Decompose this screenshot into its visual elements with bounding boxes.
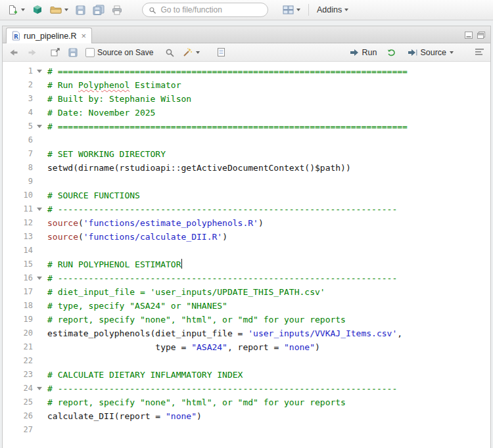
save-all-icon [93, 5, 105, 15]
code-line[interactable]: 11# ------------------------------------… [3, 202, 490, 216]
gutter-spacer [33, 216, 47, 230]
gutter-spacer [33, 368, 47, 382]
source-toolbar: Source on Save [3, 43, 490, 62]
line-number: 17 [3, 285, 33, 299]
gutter-spacer [33, 395, 47, 409]
print-button[interactable] [110, 2, 124, 18]
code-line[interactable]: 6 [3, 133, 490, 147]
gutter-spacer [33, 340, 47, 354]
source-button[interactable]: Source [406, 47, 455, 58]
code-text: # ======================================… [47, 64, 408, 78]
new-file-button[interactable] [5, 2, 27, 18]
save-document-button[interactable] [67, 47, 79, 58]
open-file-button[interactable] [48, 2, 70, 18]
close-icon[interactable]: × [82, 32, 87, 40]
back-button[interactable] [7, 47, 20, 58]
popout-window-button[interactable] [49, 47, 62, 57]
chevron-down-icon [344, 9, 348, 11]
code-line[interactable]: 7# SET WORKING DIRECTORY [3, 147, 490, 161]
code-text: # Date: November 2025 [47, 106, 155, 120]
source-arrow-icon [408, 48, 417, 57]
line-number: 23 [3, 368, 33, 382]
code-text: # Run Polyphenol Estimator [47, 78, 181, 92]
gutter-spacer [33, 409, 47, 423]
code-line[interactable]: 15# RUN POLYPHENOL ESTIMATOR [3, 258, 490, 271]
save-all-button[interactable] [91, 2, 106, 18]
code-line[interactable]: 14 [3, 244, 490, 258]
gutter-spacer [33, 175, 47, 189]
source-on-save-label: Source on Save [97, 48, 153, 57]
code-text: # --------------------------------------… [47, 382, 397, 395]
maximize-pane-icon[interactable] [477, 32, 485, 39]
code-line[interactable]: 19# report, specify "none", "html", or "… [3, 313, 490, 326]
fold-arrow-icon[interactable] [33, 120, 47, 133]
code-line[interactable]: 18# type, specify "ASA24" or "NHANES" [3, 299, 490, 313]
code-line[interactable]: 8setwd(dirname(rstudioapi::getActiveDocu… [3, 161, 490, 175]
code-tools-button[interactable] [181, 47, 201, 58]
search-icon [165, 48, 174, 57]
code-line[interactable]: 22 [3, 354, 490, 368]
gutter-spacer [33, 354, 47, 368]
code-line[interactable]: 25# report, specify "none", "html", or "… [3, 395, 490, 409]
tab-run-pipeline[interactable]: R run_pipeline.R × [6, 28, 92, 43]
line-number: 27 [3, 423, 33, 437]
compile-report-button[interactable] [216, 47, 227, 58]
code-text: # type, specify "ASA24" or "NHANES" [47, 299, 227, 313]
fold-arrow-icon[interactable] [33, 382, 47, 395]
run-source-group: Run Source [348, 47, 486, 58]
fold-arrow-icon[interactable] [33, 271, 47, 285]
code-line[interactable]: 9 [3, 175, 490, 189]
gutter-spacer [33, 313, 47, 326]
line-number: 6 [3, 133, 33, 147]
forward-button[interactable] [26, 47, 39, 58]
goto-file-search[interactable] [142, 3, 268, 17]
source-on-save-toggle[interactable]: Source on Save [84, 47, 154, 58]
run-button[interactable]: Run [348, 47, 378, 58]
fold-arrow-icon[interactable] [33, 202, 47, 216]
gutter-spacer [33, 92, 47, 106]
code-line[interactable]: 13source('functions/calculate_DII.R') [3, 230, 490, 244]
line-number: 3 [3, 92, 33, 106]
magic-wand-icon [182, 47, 193, 57]
code-line[interactable]: 17# diet_input_file = 'user_inputs/UPDAT… [3, 285, 490, 299]
line-number: 1 [3, 64, 33, 78]
code-line[interactable]: 2# Run Polyphenol Estimator [3, 78, 490, 92]
document-outline-button[interactable] [473, 47, 486, 57]
find-replace-button[interactable] [164, 47, 176, 58]
gutter-spacer [33, 230, 47, 244]
code-editor[interactable]: 1# =====================================… [3, 62, 490, 448]
fold-arrow-icon[interactable] [33, 64, 47, 78]
new-project-button[interactable] [30, 2, 45, 18]
rerun-previous-button[interactable] [386, 47, 398, 58]
addins-button[interactable]: Addins [315, 2, 350, 18]
run-label: Run [362, 48, 377, 57]
code-line[interactable]: 4# Date: November 2025 [3, 106, 490, 120]
code-line[interactable]: 12source('functions/estimate_polyphenols… [3, 216, 490, 230]
code-line[interactable]: 21 type = "ASA24", report = "none") [3, 340, 490, 354]
code-text: type = "ASA24", report = "none") [47, 340, 320, 354]
code-line[interactable]: 5# =====================================… [3, 120, 490, 133]
code-text: # ======================================… [47, 120, 408, 133]
code-text: # CALCULATE DIETARY INFLAMMATORY INDEX [47, 368, 243, 382]
code-line[interactable]: 10# SOURCE FUNCTIONS [3, 189, 490, 202]
source-on-save-checkbox[interactable] [85, 48, 95, 57]
code-line[interactable]: 27 [3, 423, 490, 437]
code-text: source('functions/estimate_polyphenols.R… [47, 216, 264, 230]
gutter-spacer [33, 161, 47, 175]
pane-layout-button[interactable] [281, 2, 302, 18]
code-line[interactable]: 23# CALCULATE DIETARY INFLAMMATORY INDEX [3, 368, 490, 382]
code-line[interactable]: 16# ------------------------------------… [3, 271, 490, 285]
code-text: # diet_input_file = 'user_inputs/UPDATE_… [47, 285, 325, 299]
goto-file-input[interactable] [159, 5, 262, 15]
line-number: 20 [3, 326, 33, 340]
code-line[interactable]: 26calculate_DII(report = "none") [3, 409, 490, 423]
save-button[interactable] [74, 2, 87, 18]
line-number: 11 [3, 202, 33, 216]
code-line[interactable]: 3# Built by: Stephanie Wilson [3, 92, 490, 106]
code-text: setwd(dirname(rstudioapi::getActiveDocum… [47, 161, 351, 175]
code-line[interactable]: 24# ------------------------------------… [3, 382, 490, 395]
code-line[interactable]: 1# =====================================… [3, 64, 490, 78]
rstudio-window: Addins R run_pipeline.R × [0, 0, 493, 448]
code-line[interactable]: 20estimate_polyphenols(diet_input_file =… [3, 326, 490, 340]
minimize-pane-icon[interactable] [465, 32, 473, 39]
